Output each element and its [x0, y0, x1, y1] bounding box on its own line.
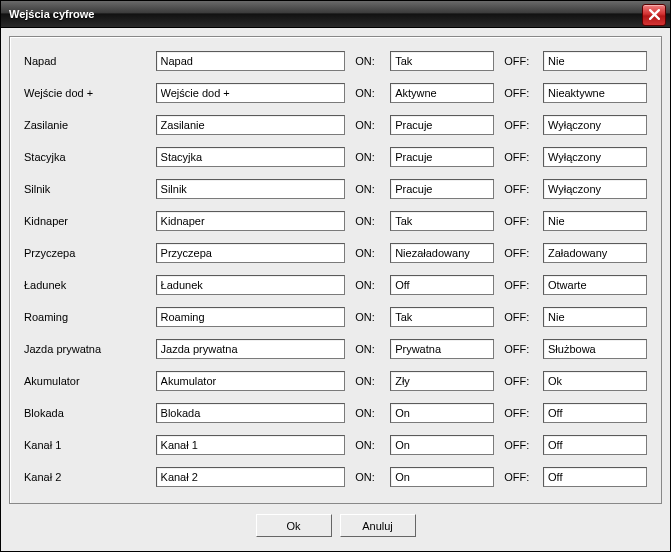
row-name-input[interactable]: [156, 467, 346, 487]
off-label: OFF:: [504, 55, 537, 67]
off-label: OFF:: [504, 343, 537, 355]
row-name-input[interactable]: [156, 115, 346, 135]
row-on-input[interactable]: [390, 115, 494, 135]
row-off-input[interactable]: [543, 51, 647, 71]
row-off-input[interactable]: [543, 243, 647, 263]
row-off-input[interactable]: [543, 403, 647, 423]
off-label: OFF:: [504, 375, 537, 387]
input-row: KidnaperON:OFF:: [24, 211, 647, 231]
row-off-input[interactable]: [543, 211, 647, 231]
input-row: StacyjkaON:OFF:: [24, 147, 647, 167]
input-row: AkumulatorON:OFF:: [24, 371, 647, 391]
row-on-input[interactable]: [390, 307, 494, 327]
dialog-window: Wejścia cyfrowe NapadON:OFF:Wejście dod …: [0, 0, 671, 552]
row-name-input[interactable]: [156, 147, 346, 167]
off-label: OFF:: [504, 247, 537, 259]
row-name-input[interactable]: [156, 403, 346, 423]
row-name-input[interactable]: [156, 179, 346, 199]
on-label: ON:: [355, 151, 384, 163]
input-row: BlokadaON:OFF:: [24, 403, 647, 423]
row-off-input[interactable]: [543, 147, 647, 167]
row-off-input[interactable]: [543, 275, 647, 295]
off-label: OFF:: [504, 279, 537, 291]
ok-button[interactable]: Ok: [256, 514, 332, 537]
row-on-input[interactable]: [390, 467, 494, 487]
on-label: ON:: [355, 247, 384, 259]
row-label: Napad: [24, 55, 150, 67]
row-on-input[interactable]: [390, 403, 494, 423]
on-label: ON:: [355, 55, 384, 67]
row-name-input[interactable]: [156, 211, 346, 231]
row-name-input[interactable]: [156, 243, 346, 263]
row-label: Kidnaper: [24, 215, 150, 227]
row-label: Ładunek: [24, 279, 150, 291]
row-name-input[interactable]: [156, 307, 346, 327]
off-label: OFF:: [504, 87, 537, 99]
off-label: OFF:: [504, 407, 537, 419]
row-off-input[interactable]: [543, 179, 647, 199]
row-off-input[interactable]: [543, 339, 647, 359]
row-off-input[interactable]: [543, 435, 647, 455]
row-name-input[interactable]: [156, 435, 346, 455]
input-row: RoamingON:OFF:: [24, 307, 647, 327]
titlebar: Wejścia cyfrowe: [1, 1, 670, 28]
row-name-input[interactable]: [156, 51, 346, 71]
on-label: ON:: [355, 87, 384, 99]
row-label: Silnik: [24, 183, 150, 195]
row-name-input[interactable]: [156, 339, 346, 359]
off-label: OFF:: [504, 439, 537, 451]
button-bar: Ok Anuluj: [9, 504, 662, 543]
row-on-input[interactable]: [390, 275, 494, 295]
input-row: Kanał 1ON:OFF:: [24, 435, 647, 455]
input-row: PrzyczepaON:OFF:: [24, 243, 647, 263]
row-on-input[interactable]: [390, 371, 494, 391]
row-label: Przyczepa: [24, 247, 150, 259]
row-on-input[interactable]: [390, 83, 494, 103]
on-label: ON:: [355, 375, 384, 387]
off-label: OFF:: [504, 311, 537, 323]
input-row: ŁadunekON:OFF:: [24, 275, 647, 295]
close-button[interactable]: [642, 4, 666, 26]
row-label: Blokada: [24, 407, 150, 419]
input-row: Jazda prywatnaON:OFF:: [24, 339, 647, 359]
on-label: ON:: [355, 343, 384, 355]
row-name-input[interactable]: [156, 371, 346, 391]
cancel-button[interactable]: Anuluj: [340, 514, 416, 537]
row-on-input[interactable]: [390, 435, 494, 455]
on-label: ON:: [355, 119, 384, 131]
row-label: Wejście dod +: [24, 87, 150, 99]
row-label: Kanał 2: [24, 471, 150, 483]
off-label: OFF:: [504, 119, 537, 131]
row-on-input[interactable]: [390, 147, 494, 167]
on-label: ON:: [355, 183, 384, 195]
on-label: ON:: [355, 311, 384, 323]
close-icon: [649, 9, 660, 22]
row-off-input[interactable]: [543, 467, 647, 487]
row-label: Stacyjka: [24, 151, 150, 163]
input-row: SilnikON:OFF:: [24, 179, 647, 199]
input-row: NapadON:OFF:: [24, 51, 647, 71]
on-label: ON:: [355, 215, 384, 227]
row-label: Jazda prywatna: [24, 343, 150, 355]
row-on-input[interactable]: [390, 339, 494, 359]
off-label: OFF:: [504, 183, 537, 195]
row-on-input[interactable]: [390, 211, 494, 231]
client-area: NapadON:OFF:Wejście dod +ON:OFF:Zasilani…: [1, 28, 670, 551]
row-label: Akumulator: [24, 375, 150, 387]
row-label: Kanał 1: [24, 439, 150, 451]
off-label: OFF:: [504, 215, 537, 227]
row-off-input[interactable]: [543, 307, 647, 327]
row-off-input[interactable]: [543, 83, 647, 103]
row-name-input[interactable]: [156, 275, 346, 295]
input-row: Kanał 2ON:OFF:: [24, 467, 647, 487]
row-name-input[interactable]: [156, 83, 346, 103]
window-title: Wejścia cyfrowe: [9, 8, 94, 20]
row-off-input[interactable]: [543, 371, 647, 391]
input-row: Wejście dod +ON:OFF:: [24, 83, 647, 103]
row-label: Roaming: [24, 311, 150, 323]
row-on-input[interactable]: [390, 179, 494, 199]
row-on-input[interactable]: [390, 243, 494, 263]
on-label: ON:: [355, 471, 384, 483]
row-off-input[interactable]: [543, 115, 647, 135]
row-on-input[interactable]: [390, 51, 494, 71]
